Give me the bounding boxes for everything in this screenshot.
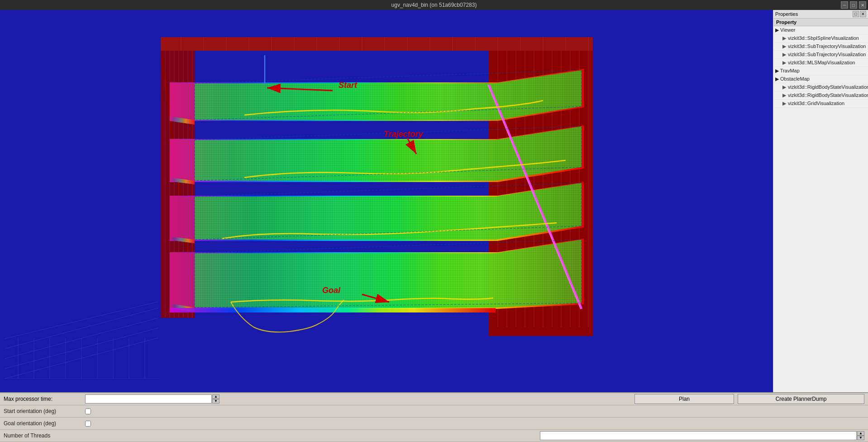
property-row-6[interactable]: ▶ ObstacleMap xyxy=(773,75,868,83)
property-label-4: ▶vizkit3d::MLSMapVisualization xyxy=(773,59,868,67)
properties-table: Property Value ▶ Viewer▶vizkit3d::SbplSp… xyxy=(773,19,868,108)
goal-orientation-row: Goal orientation (deg) xyxy=(0,418,868,430)
viewport[interactable]: Start Trajectory Goal xyxy=(0,10,773,392)
property-label-9: ▶vizkit3d::GridVisualization xyxy=(773,100,868,108)
property-row-9[interactable]: ▶vizkit3d::GridVisualization xyxy=(773,100,868,108)
start-orientation-checkbox[interactable] xyxy=(85,408,91,414)
action-row: Max processor time: 14.00 ▲ ▼ Plan Creat… xyxy=(0,393,868,405)
property-row-0[interactable]: ▶ Viewer xyxy=(773,26,868,34)
processor-time-input[interactable]: 14.00 xyxy=(85,394,212,404)
svg-marker-71 xyxy=(170,196,195,243)
plan-button[interactable]: Plan xyxy=(634,394,734,404)
titlebar-controls: ─ □ ✕ xyxy=(841,1,866,9)
start-orientation-checkbox-wrapper xyxy=(85,408,91,414)
threads-arrows: ▲ ▼ xyxy=(857,431,864,440)
threads-label: Number of Threads xyxy=(4,432,85,439)
property-label-3: ▶vizkit3d::SubTrajectoryVisualization xyxy=(773,51,868,59)
panel-titlebar-buttons: □ ✕ xyxy=(853,11,866,17)
threads-up-arrow[interactable]: ▲ xyxy=(857,431,864,436)
goal-orientation-label: Goal orientation (deg) xyxy=(4,420,85,427)
property-row-5[interactable]: ▶ TravMap xyxy=(773,67,868,75)
property-row-1[interactable]: ▶vizkit3d::SbplSplineVisualization xyxy=(773,34,868,43)
property-label-1: ▶vizkit3d::SbplSplineVisualization xyxy=(773,34,868,43)
property-label-2: ▶vizkit3d::SubTrajectoryVisualization xyxy=(773,43,868,51)
property-row-8[interactable]: ▶vizkit3d::RigidBodyStateVisualization xyxy=(773,91,868,100)
property-label-0: ▶ Viewer xyxy=(773,26,868,34)
threads-input[interactable]: 4 xyxy=(540,431,857,440)
property-row-3[interactable]: ▶vizkit3d::SubTrajectoryVisualization xyxy=(773,51,868,59)
processor-up-arrow[interactable]: ▲ xyxy=(212,394,219,399)
property-row-2[interactable]: ▶vizkit3d::SubTrajectoryVisualization xyxy=(773,43,868,51)
processor-spinner-wrapper: 14.00 ▲ ▼ xyxy=(85,394,219,404)
col-property: Property xyxy=(773,19,868,26)
svg-marker-67 xyxy=(170,139,195,184)
close-button[interactable]: ✕ xyxy=(859,1,866,9)
main-area: Start Trajectory Goal Properties □ ✕ Pro… xyxy=(0,10,868,392)
titlebar: ugv_nav4d_bin (on 51a69cb07283) ─ □ ✕ xyxy=(0,0,868,10)
processor-arrows: ▲ ▼ xyxy=(212,394,219,404)
goal-orientation-checkbox-wrapper xyxy=(85,421,91,427)
panel-titlebar: Properties □ ✕ xyxy=(773,10,868,19)
threads-spinner-wrapper: 4 ▲ ▼ xyxy=(540,431,864,440)
property-label-8: ▶vizkit3d::RigidBodyStateVisualization xyxy=(773,91,868,100)
property-label-7: ▶vizkit3d::RigidBodyStateVisualization xyxy=(773,83,868,91)
threads-row: Number of Threads 4 ▲ ▼ xyxy=(0,430,868,442)
svg-text:Trajectory: Trajectory xyxy=(384,130,424,139)
minimize-button[interactable]: ─ xyxy=(841,1,848,9)
create-planner-dump-button[interactable]: Create PlannerDump xyxy=(738,394,864,404)
start-orientation-label: Start orientation (deg) xyxy=(4,408,85,414)
processor-label: Max processor time: xyxy=(4,396,85,402)
svg-text:Goal: Goal xyxy=(322,286,341,295)
property-label-5: ▶ TravMap xyxy=(773,67,868,75)
svg-marker-75 xyxy=(170,252,195,312)
goal-orientation-checkbox[interactable] xyxy=(85,421,91,427)
terrain-visualization: Start Trajectory Goal xyxy=(0,10,773,392)
svg-marker-40 xyxy=(161,37,593,51)
threads-down-arrow[interactable]: ▼ xyxy=(857,436,864,440)
panel-float-button[interactable]: □ xyxy=(853,11,859,17)
property-row-4[interactable]: ▶vizkit3d::MLSMapVisualization xyxy=(773,59,868,67)
property-label-6: ▶ ObstacleMap xyxy=(773,75,868,83)
svg-marker-73 xyxy=(195,240,582,307)
property-row-7[interactable]: ▶vizkit3d::RigidBodyStateVisualization xyxy=(773,83,868,91)
properties-body: ▶ Viewer▶vizkit3d::SbplSplineVisualizati… xyxy=(773,26,868,108)
svg-marker-76 xyxy=(170,308,496,312)
svg-marker-63 xyxy=(170,82,195,125)
svg-text:Start: Start xyxy=(339,81,358,90)
panel-close-button[interactable]: ✕ xyxy=(860,11,866,17)
panel-title: Properties xyxy=(775,11,798,17)
properties-panel: Properties □ ✕ Property Value ▶ Viewer▶v… xyxy=(773,10,868,392)
start-orientation-row: Start orientation (deg) xyxy=(0,405,868,418)
restore-button[interactable]: □ xyxy=(850,1,857,9)
bottom-panel: Max processor time: 14.00 ▲ ▼ Plan Creat… xyxy=(0,392,868,442)
processor-down-arrow[interactable]: ▼ xyxy=(212,399,219,404)
window-title: ugv_nav4d_bin (on 51a69cb07283) xyxy=(391,2,477,8)
